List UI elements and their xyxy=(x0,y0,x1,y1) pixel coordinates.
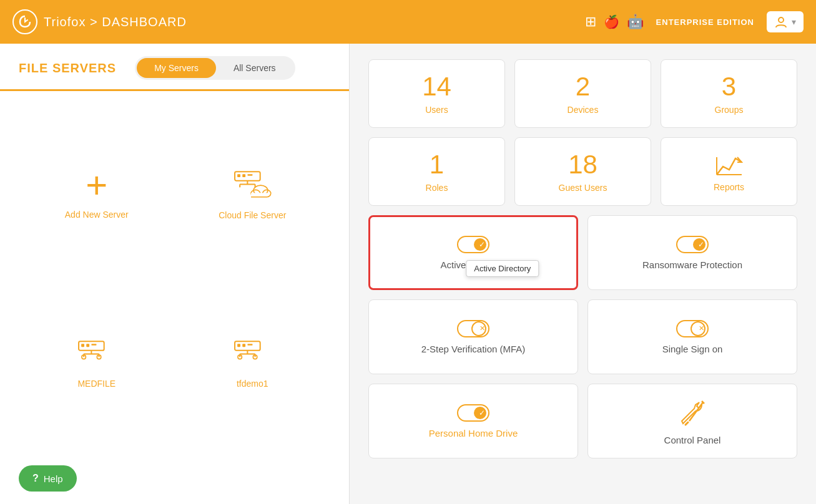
my-servers-tab[interactable]: My Servers xyxy=(137,58,216,78)
devices-label: Devices xyxy=(568,105,599,115)
roles-label: Roles xyxy=(426,183,448,193)
windows-icon: ⊞ xyxy=(585,14,596,30)
cloud-file-server-item[interactable]: Cloud File Server xyxy=(175,110,331,278)
control-panel-label: Control Panel xyxy=(664,435,721,445)
svg-line-37 xyxy=(686,422,688,425)
tfdemo1-server-icon xyxy=(232,337,273,371)
reports-stat-card[interactable]: Reports xyxy=(661,137,797,206)
add-new-server-label: Add New Server xyxy=(65,210,129,220)
active-directory-card[interactable]: Active Directory ↖ Active Directory xyxy=(368,215,578,290)
sso-label: Single Sign on xyxy=(662,344,723,354)
groups-stat-card[interactable]: 3 Groups xyxy=(661,59,797,128)
devices-stat-card[interactable]: 2 Devices xyxy=(514,59,651,128)
svg-rect-2 xyxy=(237,174,240,177)
medfile-server-icon xyxy=(76,337,117,371)
mfa-label: 2-Step Verification (MFA) xyxy=(421,344,526,354)
header-left: Triofox > DASHBOARD xyxy=(12,9,187,34)
svg-rect-25 xyxy=(237,344,240,347)
help-label: Help xyxy=(44,473,63,484)
apple-icon: 🍎 xyxy=(604,14,619,29)
svg-point-0 xyxy=(779,17,784,22)
help-circle-icon: ? xyxy=(32,473,39,484)
edition-label: ENTERPRISE EDITION xyxy=(656,17,754,27)
server-tab-group: My Servers All Servers xyxy=(135,56,295,80)
personal-home-drive-card[interactable]: Personal Home Drive xyxy=(368,384,578,458)
cloud-file-server-label: Cloud File Server xyxy=(219,210,286,220)
svg-rect-12 xyxy=(251,193,267,199)
tfdemo1-server-label: tfdemo1 xyxy=(237,379,268,389)
server-grid: + Add New Server xyxy=(0,91,349,465)
add-new-server-item[interactable]: + Add New Server xyxy=(19,110,175,278)
svg-rect-4 xyxy=(247,174,252,175)
devices-count: 2 xyxy=(576,72,590,101)
guest-users-label: Guest Users xyxy=(559,183,607,193)
svg-rect-17 xyxy=(92,344,97,345)
app-header: Triofox > DASHBOARD ⊞ 🍎 🤖 ENTERPRISE EDI… xyxy=(0,0,816,44)
all-servers-tab[interactable]: All Servers xyxy=(216,58,293,78)
logo-icon xyxy=(12,9,37,34)
file-servers-title: FILE SERVERS xyxy=(19,61,116,75)
roles-stat-card[interactable]: 1 Roles xyxy=(368,137,505,206)
header-right: ⊞ 🍎 🤖 ENTERPRISE EDITION ▾ xyxy=(585,11,804,32)
active-directory-tooltip: Active Directory xyxy=(466,260,539,277)
svg-rect-15 xyxy=(81,344,84,347)
ransomware-card[interactable]: Ransomware Protection xyxy=(587,215,797,290)
control-panel-icon xyxy=(677,397,708,429)
personal-home-drive-toggle[interactable] xyxy=(457,404,489,422)
ransomware-toggle[interactable] xyxy=(676,236,709,253)
control-panel-card[interactable]: Control Panel xyxy=(587,384,797,458)
groups-count: 3 xyxy=(722,72,736,101)
reports-chart-icon xyxy=(714,151,745,179)
medfile-server-item[interactable]: MEDFILE xyxy=(19,278,175,447)
help-button[interactable]: ? Help xyxy=(19,465,77,492)
reports-label: Reports xyxy=(714,182,744,192)
guest-users-count: 18 xyxy=(568,150,597,179)
users-label: Users xyxy=(425,105,448,115)
app-title: Triofox > DASHBOARD xyxy=(44,15,187,29)
user-menu-button[interactable]: ▾ xyxy=(767,11,804,32)
file-servers-header: FILE SERVERS My Servers All Servers xyxy=(0,44,349,91)
svg-rect-27 xyxy=(247,344,252,345)
roles-count: 1 xyxy=(430,150,444,179)
medfile-server-label: MEDFILE xyxy=(77,379,116,389)
users-stat-card[interactable]: 14 Users xyxy=(368,59,505,128)
mfa-card[interactable]: 2-Step Verification (MFA) xyxy=(368,299,578,374)
svg-rect-26 xyxy=(242,344,245,347)
feature-grid: Active Directory ↖ Active Directory Rans… xyxy=(368,215,797,458)
add-icon: + xyxy=(86,168,107,202)
tfdemo1-server-item[interactable]: tfdemo1 xyxy=(175,278,331,447)
cloud-file-server-icon xyxy=(232,168,273,203)
svg-rect-16 xyxy=(87,344,90,347)
sso-card[interactable]: Single Sign on xyxy=(587,299,797,374)
android-icon: 🤖 xyxy=(627,14,644,30)
user-dropdown-arrow: ▾ xyxy=(792,17,796,27)
stats-grid: 14 Users 2 Devices 3 Groups 1 Roles 18 G… xyxy=(368,59,797,206)
mfa-toggle[interactable] xyxy=(457,320,489,337)
active-directory-toggle[interactable] xyxy=(457,236,489,253)
users-count: 14 xyxy=(422,72,451,101)
sso-toggle[interactable] xyxy=(676,320,709,337)
groups-label: Groups xyxy=(715,105,744,115)
main-layout: FILE SERVERS My Servers All Servers + Ad… xyxy=(0,44,816,504)
ransomware-label: Ransomware Protection xyxy=(642,259,742,270)
right-panel: 14 Users 2 Devices 3 Groups 1 Roles 18 G… xyxy=(350,44,816,504)
svg-rect-3 xyxy=(242,174,245,177)
platform-icons: ⊞ 🍎 🤖 xyxy=(585,14,644,30)
left-panel: FILE SERVERS My Servers All Servers + Ad… xyxy=(0,44,350,504)
guest-users-stat-card[interactable]: 18 Guest Users xyxy=(514,137,651,206)
user-avatar-icon xyxy=(774,15,788,29)
personal-home-drive-label: Personal Home Drive xyxy=(429,428,518,439)
